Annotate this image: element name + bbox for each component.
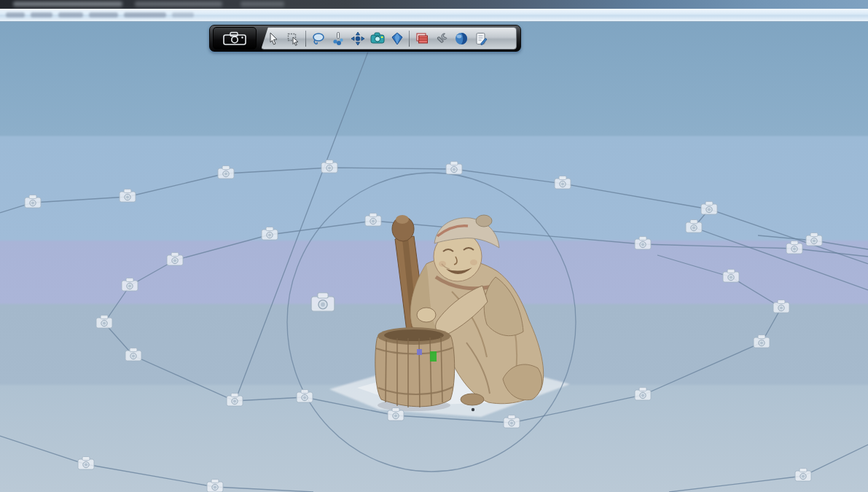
camera-marker-icon[interactable] [686, 220, 702, 233]
app-window [0, 0, 868, 492]
camera-marker-icon[interactable] [701, 202, 717, 215]
camera-marker-icon[interactable] [635, 388, 651, 401]
camera-marker-icon[interactable] [218, 166, 234, 179]
toolbar-separator [305, 31, 306, 47]
camera-marker-icon[interactable] [78, 457, 94, 470]
mesh-gem-tool[interactable] [387, 29, 407, 47]
camera-marker-icon[interactable] [297, 390, 313, 403]
selection-marker[interactable] [417, 349, 422, 355]
app-logo-plate[interactable] [213, 27, 257, 50]
tool-strip [261, 27, 517, 50]
capture-path-line [694, 209, 868, 290]
notes-export-tool[interactable] [471, 29, 490, 47]
wrench-settings-tool[interactable] [431, 29, 451, 47]
vertex-dot [472, 408, 474, 411]
camera-marker-icon[interactable] [262, 227, 278, 241]
camera-marker-icon[interactable] [806, 233, 822, 246]
camera-marker-icon[interactable] [122, 278, 138, 292]
lasso-select-tool[interactable] [308, 29, 328, 47]
camera-marker-icon[interactable] [795, 469, 811, 482]
camera-marker-icon[interactable] [635, 237, 651, 250]
camera-marker-icon[interactable] [227, 394, 243, 407]
camera-marker-icon[interactable] [311, 293, 335, 311]
camera-marker-icon[interactable] [25, 195, 41, 208]
orbit-navigate-tool[interactable] [348, 29, 367, 47]
capture-path-line [0, 168, 868, 264]
scene-svg [0, 0, 868, 492]
select-arrow-tool[interactable] [264, 29, 284, 47]
camera-view-tool[interactable] [367, 29, 387, 47]
camera-marker-icon[interactable] [773, 300, 789, 313]
selection-marker[interactable] [430, 351, 437, 362]
main-toolbar [209, 25, 521, 52]
camera-marker-icon[interactable] [786, 241, 802, 254]
camera-marker-icon[interactable] [321, 160, 337, 173]
camera-marker-icon[interactable] [207, 480, 223, 492]
camera-marker-icon[interactable] [555, 176, 571, 190]
capture-path-line [0, 436, 313, 492]
catch-camera-logo-icon [222, 31, 247, 46]
camera-marker-icon[interactable] [96, 316, 112, 329]
camera-marker-icon[interactable] [723, 270, 739, 283]
camera-marker-icon[interactable] [446, 162, 462, 175]
camera-marker-icon[interactable] [504, 415, 520, 429]
camera-marker-icon[interactable] [365, 214, 381, 227]
photos-tool[interactable] [412, 29, 431, 47]
toolbar-separator [409, 31, 410, 47]
camera-marker-icon[interactable] [120, 190, 136, 203]
capture-path-line [669, 445, 868, 492]
select-box-tool[interactable] [284, 29, 303, 47]
globe-display-tool[interactable] [451, 29, 471, 47]
capture-path-line [235, 52, 368, 402]
camera-marker-icon[interactable] [754, 335, 770, 348]
brush-select-tool[interactable] [328, 29, 348, 47]
camera-marker-icon[interactable] [167, 253, 183, 266]
